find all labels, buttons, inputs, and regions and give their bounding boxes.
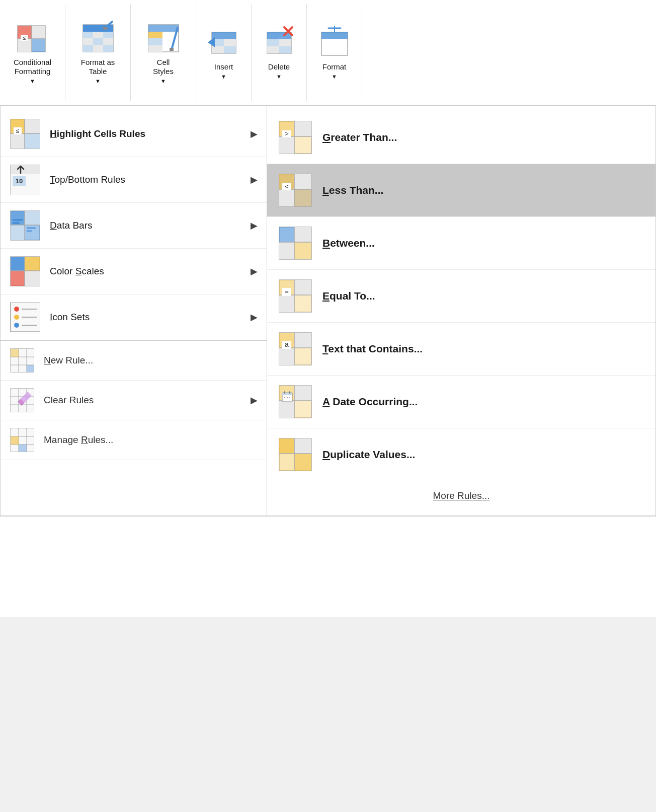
svg-rect-169 bbox=[279, 438, 294, 454]
spreadsheet-area bbox=[0, 516, 656, 617]
svg-rect-63 bbox=[25, 211, 40, 225]
svg-rect-140 bbox=[294, 295, 311, 312]
svg-rect-44 bbox=[321, 32, 348, 39]
svg-rect-73 bbox=[11, 257, 25, 271]
top-bottom-rules-item[interactable]: 10 Top/Bottom Rules ▶ bbox=[1, 157, 267, 203]
manage-rules-item[interactable]: Manage Rules... bbox=[1, 420, 267, 460]
svg-rect-75 bbox=[11, 271, 25, 286]
delete-icon bbox=[262, 25, 296, 59]
new-rule-item[interactable]: New Rule... bbox=[1, 341, 267, 381]
less-than-item[interactable]: < Less Than... bbox=[267, 164, 655, 217]
ribbon-conditional-formatting[interactable]: ≤ Conditional Formatting ▼ bbox=[0, 4, 65, 101]
text-that-contains-item[interactable]: a Text that Contains... bbox=[267, 323, 655, 376]
svg-rect-76 bbox=[25, 271, 40, 286]
svg-rect-172 bbox=[294, 454, 311, 471]
right-menu-panel: > Greater Than... < Less Than... bbox=[267, 106, 655, 515]
new-rule-label: New Rule... bbox=[44, 355, 93, 366]
highlight-cells-rules-item[interactable]: ≤ Highlight Cells Rules ▶ bbox=[1, 111, 267, 157]
icon-sets-label: Icon Sets bbox=[50, 312, 238, 323]
svg-text:a: a bbox=[285, 340, 289, 348]
highlight-cells-rules-label: Highlight Cells Rules bbox=[50, 128, 238, 139]
svg-rect-110 bbox=[19, 445, 27, 452]
svg-rect-70 bbox=[27, 227, 36, 229]
cell-styles-icon bbox=[146, 21, 181, 55]
svg-rect-11 bbox=[83, 32, 93, 38]
svg-rect-114 bbox=[279, 136, 294, 154]
top-bottom-rules-label: Top/Bottom Rules bbox=[50, 174, 238, 185]
svg-rect-131 bbox=[294, 227, 311, 242]
svg-rect-19 bbox=[103, 45, 113, 52]
svg-text:10: 10 bbox=[16, 177, 23, 185]
between-item[interactable]: Between... bbox=[267, 217, 655, 270]
conditional-formatting-label: Conditional Formatting ▼ bbox=[14, 58, 51, 85]
more-rules-item[interactable]: More Rules... bbox=[267, 481, 655, 510]
svg-rect-21 bbox=[103, 27, 107, 30]
manage-rules-label: Manage Rules... bbox=[44, 434, 113, 446]
data-bars-item[interactable]: Data Bars ▶ bbox=[1, 203, 267, 249]
svg-rect-148 bbox=[279, 348, 294, 365]
a-date-occurring-icon bbox=[278, 385, 312, 419]
svg-rect-122 bbox=[294, 174, 311, 189]
greater-than-icon: > bbox=[278, 120, 312, 155]
ribbon-format[interactable]: Format ▼ bbox=[307, 4, 362, 101]
svg-rect-34 bbox=[224, 46, 236, 53]
format-icon bbox=[317, 25, 352, 59]
svg-rect-2 bbox=[32, 26, 45, 39]
svg-rect-139 bbox=[279, 295, 294, 312]
svg-rect-158 bbox=[294, 401, 311, 418]
clear-rules-arrow: ▶ bbox=[251, 395, 258, 406]
svg-text:≤: ≤ bbox=[22, 35, 25, 41]
svg-rect-38 bbox=[279, 39, 291, 46]
top-bottom-rules-icon: 10 bbox=[10, 164, 41, 195]
ribbon-format-as-table[interactable]: Format as Table ▼ bbox=[65, 4, 131, 101]
ribbon-cell-styles[interactable]: Cell Styles ▼ bbox=[131, 4, 196, 101]
color-scales-item[interactable]: Color Scales ▶ bbox=[1, 249, 267, 294]
ribbon-delete[interactable]: Delete ▼ bbox=[252, 4, 307, 101]
svg-rect-39 bbox=[267, 46, 279, 53]
highlight-cells-rules-arrow: ▶ bbox=[251, 128, 258, 139]
svg-rect-13 bbox=[103, 32, 113, 38]
svg-rect-147 bbox=[294, 333, 311, 348]
svg-text:≤: ≤ bbox=[16, 127, 20, 134]
svg-rect-18 bbox=[93, 45, 103, 52]
clear-rules-item[interactable]: Clear Rules ▶ bbox=[1, 381, 267, 420]
svg-rect-30 bbox=[212, 32, 236, 39]
equal-to-item[interactable]: = Equal To... bbox=[267, 270, 655, 323]
svg-rect-37 bbox=[267, 39, 279, 46]
greater-than-item[interactable]: > Greater Than... bbox=[267, 111, 655, 164]
data-bars-icon bbox=[10, 210, 41, 241]
color-scales-label: Color Scales bbox=[50, 266, 238, 277]
svg-rect-133 bbox=[294, 242, 311, 259]
cell-styles-label: Cell Styles ▼ bbox=[153, 58, 174, 85]
svg-point-85 bbox=[14, 323, 19, 328]
ribbon-insert[interactable]: Insert ▼ bbox=[196, 4, 252, 101]
highlight-cells-rules-icon: ≤ bbox=[10, 118, 41, 150]
svg-rect-71 bbox=[27, 230, 32, 232]
more-rules-label: More Rules... bbox=[433, 490, 490, 501]
text-that-contains-label: Text that Contains... bbox=[322, 343, 423, 355]
icon-sets-arrow: ▶ bbox=[251, 312, 258, 323]
svg-rect-156 bbox=[294, 386, 311, 401]
color-scales-icon bbox=[10, 256, 41, 287]
svg-rect-25 bbox=[148, 38, 162, 45]
svg-text:>: > bbox=[285, 130, 289, 137]
data-bars-arrow: ▶ bbox=[251, 220, 258, 231]
a-date-occurring-item[interactable]: A Date Occurring... bbox=[267, 376, 655, 428]
a-date-occurring-label: A Date Occurring... bbox=[322, 396, 418, 408]
svg-rect-130 bbox=[279, 227, 294, 242]
duplicate-values-item[interactable]: Duplicate Values... bbox=[267, 428, 655, 481]
svg-rect-123 bbox=[279, 189, 294, 206]
conditional-formatting-icon: ≤ bbox=[16, 21, 50, 55]
left-menu-panel: ≤ Highlight Cells Rules ▶ 10 Top/Bottom … bbox=[1, 106, 267, 515]
duplicate-values-label: Duplicate Values... bbox=[322, 449, 415, 461]
format-as-table-label: Format as Table ▼ bbox=[81, 58, 115, 85]
data-bars-label: Data Bars bbox=[50, 220, 238, 231]
svg-rect-50 bbox=[11, 133, 25, 149]
format-as-table-icon bbox=[81, 21, 115, 55]
greater-than-label: Greater Than... bbox=[322, 131, 397, 143]
svg-rect-124 bbox=[294, 189, 311, 206]
svg-rect-109 bbox=[11, 436, 19, 445]
icon-sets-item[interactable]: Icon Sets ▶ bbox=[1, 294, 267, 340]
svg-rect-95 bbox=[11, 349, 19, 357]
svg-rect-157 bbox=[279, 401, 294, 418]
